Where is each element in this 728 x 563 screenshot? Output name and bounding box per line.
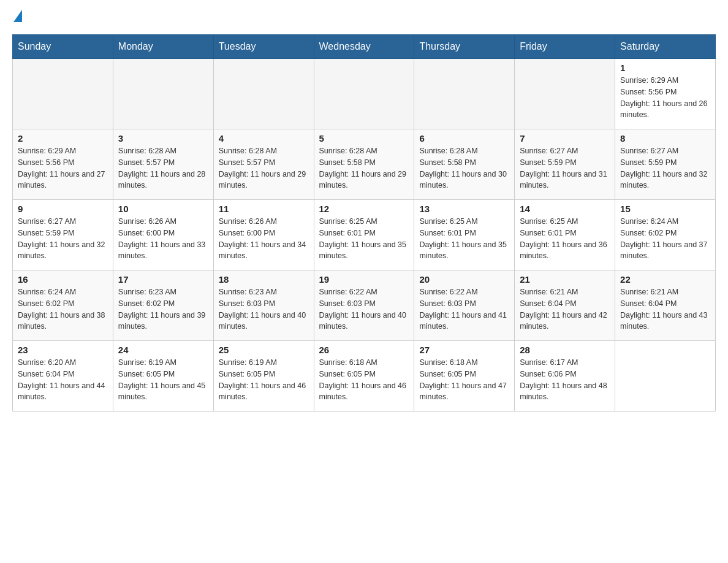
calendar-cell — [113, 59, 213, 129]
page-header — [12, 12, 716, 22]
calendar-table: SundayMondayTuesdayWednesdayThursdayFrid… — [12, 34, 716, 412]
calendar-cell: 25Sunrise: 6:19 AM Sunset: 6:05 PM Dayli… — [213, 341, 314, 412]
calendar-cell: 6Sunrise: 6:28 AM Sunset: 5:58 PM Daylig… — [414, 129, 515, 200]
day-number: 1 — [620, 63, 710, 73]
day-number: 24 — [118, 345, 208, 355]
weekday-header-tuesday: Tuesday — [213, 35, 314, 59]
calendar-cell — [213, 59, 314, 129]
day-number: 25 — [219, 345, 309, 355]
day-info: Sunrise: 6:17 AM Sunset: 6:06 PM Dayligh… — [520, 357, 610, 403]
day-number: 17 — [118, 274, 208, 285]
day-number: 15 — [620, 204, 710, 214]
weekday-header-thursday: Thursday — [414, 35, 515, 59]
day-number: 22 — [620, 274, 710, 285]
calendar-week-row: 9Sunrise: 6:27 AM Sunset: 5:59 PM Daylig… — [13, 200, 716, 270]
day-number: 19 — [319, 274, 409, 285]
calendar-cell: 8Sunrise: 6:27 AM Sunset: 5:59 PM Daylig… — [615, 129, 716, 200]
day-info: Sunrise: 6:19 AM Sunset: 6:05 PM Dayligh… — [219, 357, 309, 403]
weekday-header-friday: Friday — [515, 35, 615, 59]
day-number: 28 — [520, 345, 610, 355]
calendar-cell: 7Sunrise: 6:27 AM Sunset: 5:59 PM Daylig… — [515, 129, 615, 200]
calendar-cell — [414, 59, 515, 129]
day-number: 27 — [419, 345, 509, 355]
weekday-header-monday: Monday — [113, 35, 213, 59]
calendar-cell: 22Sunrise: 6:21 AM Sunset: 6:04 PM Dayli… — [615, 270, 716, 341]
calendar-cell: 1Sunrise: 6:29 AM Sunset: 5:56 PM Daylig… — [615, 59, 716, 129]
day-info: Sunrise: 6:28 AM Sunset: 5:57 PM Dayligh… — [118, 145, 208, 191]
calendar-week-row: 2Sunrise: 6:29 AM Sunset: 5:56 PM Daylig… — [13, 129, 716, 200]
day-info: Sunrise: 6:23 AM Sunset: 6:02 PM Dayligh… — [118, 286, 208, 332]
calendar-week-row: 23Sunrise: 6:20 AM Sunset: 6:04 PM Dayli… — [13, 341, 716, 412]
calendar-cell: 19Sunrise: 6:22 AM Sunset: 6:03 PM Dayli… — [314, 270, 414, 341]
day-number: 21 — [520, 274, 610, 285]
day-info: Sunrise: 6:27 AM Sunset: 5:59 PM Dayligh… — [620, 145, 710, 191]
calendar-cell: 26Sunrise: 6:18 AM Sunset: 6:05 PM Dayli… — [314, 341, 414, 412]
day-info: Sunrise: 6:25 AM Sunset: 6:01 PM Dayligh… — [419, 216, 509, 262]
calendar-cell — [314, 59, 414, 129]
day-info: Sunrise: 6:28 AM Sunset: 5:58 PM Dayligh… — [419, 145, 509, 191]
calendar-cell: 18Sunrise: 6:23 AM Sunset: 6:03 PM Dayli… — [213, 270, 314, 341]
day-info: Sunrise: 6:28 AM Sunset: 5:57 PM Dayligh… — [219, 145, 309, 191]
calendar-cell: 9Sunrise: 6:27 AM Sunset: 5:59 PM Daylig… — [13, 200, 113, 270]
calendar-cell — [13, 59, 113, 129]
day-info: Sunrise: 6:21 AM Sunset: 6:04 PM Dayligh… — [620, 286, 710, 332]
calendar-cell: 13Sunrise: 6:25 AM Sunset: 6:01 PM Dayli… — [414, 200, 515, 270]
day-info: Sunrise: 6:23 AM Sunset: 6:03 PM Dayligh… — [219, 286, 309, 332]
day-number: 7 — [520, 133, 610, 144]
day-info: Sunrise: 6:26 AM Sunset: 6:00 PM Dayligh… — [118, 216, 208, 262]
day-info: Sunrise: 6:24 AM Sunset: 6:02 PM Dayligh… — [18, 286, 108, 332]
day-info: Sunrise: 6:28 AM Sunset: 5:58 PM Dayligh… — [319, 145, 409, 191]
calendar-week-row: 1Sunrise: 6:29 AM Sunset: 5:56 PM Daylig… — [13, 59, 716, 129]
day-number: 9 — [18, 204, 108, 214]
day-number: 16 — [18, 274, 108, 285]
calendar-cell: 4Sunrise: 6:28 AM Sunset: 5:57 PM Daylig… — [213, 129, 314, 200]
day-info: Sunrise: 6:25 AM Sunset: 6:01 PM Dayligh… — [319, 216, 409, 262]
weekday-header-wednesday: Wednesday — [314, 35, 414, 59]
day-info: Sunrise: 6:18 AM Sunset: 6:05 PM Dayligh… — [419, 357, 509, 403]
day-number: 18 — [219, 274, 309, 285]
calendar-cell: 14Sunrise: 6:25 AM Sunset: 6:01 PM Dayli… — [515, 200, 615, 270]
calendar-cell: 10Sunrise: 6:26 AM Sunset: 6:00 PM Dayli… — [113, 200, 213, 270]
weekday-header-sunday: Sunday — [13, 35, 113, 59]
day-info: Sunrise: 6:26 AM Sunset: 6:00 PM Dayligh… — [219, 216, 309, 262]
calendar-cell: 20Sunrise: 6:22 AM Sunset: 6:03 PM Dayli… — [414, 270, 515, 341]
day-info: Sunrise: 6:18 AM Sunset: 6:05 PM Dayligh… — [319, 357, 409, 403]
day-info: Sunrise: 6:22 AM Sunset: 6:03 PM Dayligh… — [319, 286, 409, 332]
calendar-cell: 12Sunrise: 6:25 AM Sunset: 6:01 PM Dayli… — [314, 200, 414, 270]
day-number: 5 — [319, 133, 409, 144]
day-number: 4 — [219, 133, 309, 144]
day-info: Sunrise: 6:24 AM Sunset: 6:02 PM Dayligh… — [620, 216, 710, 262]
day-number: 2 — [18, 133, 108, 144]
calendar-cell: 5Sunrise: 6:28 AM Sunset: 5:58 PM Daylig… — [314, 129, 414, 200]
day-number: 13 — [419, 204, 509, 214]
day-info: Sunrise: 6:29 AM Sunset: 5:56 PM Dayligh… — [620, 75, 710, 121]
calendar-week-row: 16Sunrise: 6:24 AM Sunset: 6:02 PM Dayli… — [13, 270, 716, 341]
calendar-cell: 24Sunrise: 6:19 AM Sunset: 6:05 PM Dayli… — [113, 341, 213, 412]
day-info: Sunrise: 6:19 AM Sunset: 6:05 PM Dayligh… — [118, 357, 208, 403]
day-info: Sunrise: 6:27 AM Sunset: 5:59 PM Dayligh… — [520, 145, 610, 191]
calendar-cell: 17Sunrise: 6:23 AM Sunset: 6:02 PM Dayli… — [113, 270, 213, 341]
calendar-cell: 28Sunrise: 6:17 AM Sunset: 6:06 PM Dayli… — [515, 341, 615, 412]
calendar-cell: 3Sunrise: 6:28 AM Sunset: 5:57 PM Daylig… — [113, 129, 213, 200]
day-number: 10 — [118, 204, 208, 214]
day-info: Sunrise: 6:20 AM Sunset: 6:04 PM Dayligh… — [18, 357, 108, 403]
day-info: Sunrise: 6:21 AM Sunset: 6:04 PM Dayligh… — [520, 286, 610, 332]
calendar-cell: 27Sunrise: 6:18 AM Sunset: 6:05 PM Dayli… — [414, 341, 515, 412]
day-number: 8 — [620, 133, 710, 144]
calendar-cell: 23Sunrise: 6:20 AM Sunset: 6:04 PM Dayli… — [13, 341, 113, 412]
day-info: Sunrise: 6:29 AM Sunset: 5:56 PM Dayligh… — [18, 145, 108, 191]
calendar-cell: 16Sunrise: 6:24 AM Sunset: 6:02 PM Dayli… — [13, 270, 113, 341]
day-number: 12 — [319, 204, 409, 214]
calendar-cell: 15Sunrise: 6:24 AM Sunset: 6:02 PM Dayli… — [615, 200, 716, 270]
day-number: 20 — [419, 274, 509, 285]
calendar-cell: 21Sunrise: 6:21 AM Sunset: 6:04 PM Dayli… — [515, 270, 615, 341]
calendar-cell: 2Sunrise: 6:29 AM Sunset: 5:56 PM Daylig… — [13, 129, 113, 200]
calendar-cell — [615, 341, 716, 412]
day-info: Sunrise: 6:27 AM Sunset: 5:59 PM Dayligh… — [18, 216, 108, 262]
day-number: 23 — [18, 345, 108, 355]
calendar-cell — [515, 59, 615, 129]
day-info: Sunrise: 6:25 AM Sunset: 6:01 PM Dayligh… — [520, 216, 610, 262]
day-number: 26 — [319, 345, 409, 355]
logo — [12, 12, 22, 22]
day-number: 3 — [118, 133, 208, 144]
